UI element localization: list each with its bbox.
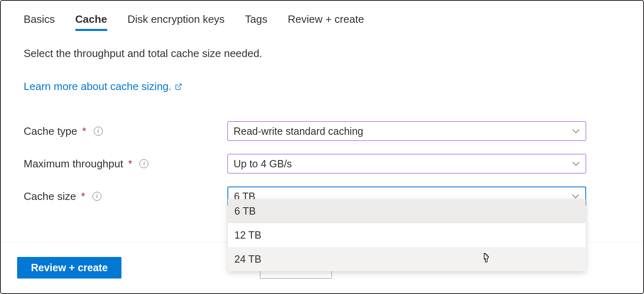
label-max-throughput: Maximum throughput * i <box>24 158 227 170</box>
pointer-cursor-icon <box>481 252 492 263</box>
tab-disk-encryption-keys[interactable]: Disk encryption keys <box>128 13 225 31</box>
info-icon[interactable]: i <box>93 192 101 201</box>
required-indicator: * <box>128 158 132 170</box>
required-indicator: * <box>81 190 85 203</box>
learn-more-link[interactable]: Learn more about cache sizing. <box>24 80 182 93</box>
chevron-down-icon <box>571 194 580 199</box>
tab-review-create[interactable]: Review + create <box>288 13 364 31</box>
select-cache-type-value: Read-write standard caching <box>234 125 363 137</box>
review-create-button[interactable]: Review + create <box>17 257 121 279</box>
required-indicator: * <box>82 125 86 138</box>
tab-basics[interactable]: Basics <box>24 13 55 31</box>
chevron-down-icon <box>572 161 580 166</box>
external-link-icon <box>175 83 182 90</box>
chevron-down-icon <box>572 129 580 134</box>
form-row-cache-type: Cache type * i Read-write standard cachi… <box>24 121 620 141</box>
dropdown-cache-size: 6 TB 12 TB 24 TB <box>228 199 586 271</box>
tab-tags[interactable]: Tags <box>245 13 267 31</box>
select-cache-type[interactable]: Read-write standard caching <box>227 121 586 141</box>
tabs-nav: Basics Cache Disk encryption keys Tags R… <box>24 13 620 31</box>
label-cache-size: Cache size * i <box>24 190 227 203</box>
dropdown-option-6tb[interactable]: 6 TB <box>228 199 586 223</box>
tab-cache[interactable]: Cache <box>75 13 107 31</box>
info-icon[interactable]: i <box>139 159 148 168</box>
dropdown-option-24tb[interactable]: 24 TB <box>228 247 586 271</box>
tab-description: Select the throughput and total cache si… <box>24 47 620 60</box>
info-icon[interactable]: i <box>94 127 103 136</box>
svg-line-0 <box>178 84 181 87</box>
dropdown-option-12tb[interactable]: 12 TB <box>228 223 586 247</box>
learn-more-text: Learn more about cache sizing. <box>24 80 172 93</box>
select-max-throughput-value: Up to 4 GB/s <box>234 158 292 170</box>
label-cache-type: Cache type * i <box>24 125 227 138</box>
form-row-max-throughput: Maximum throughput * i Up to 4 GB/s <box>24 154 620 173</box>
select-max-throughput[interactable]: Up to 4 GB/s <box>227 154 586 173</box>
